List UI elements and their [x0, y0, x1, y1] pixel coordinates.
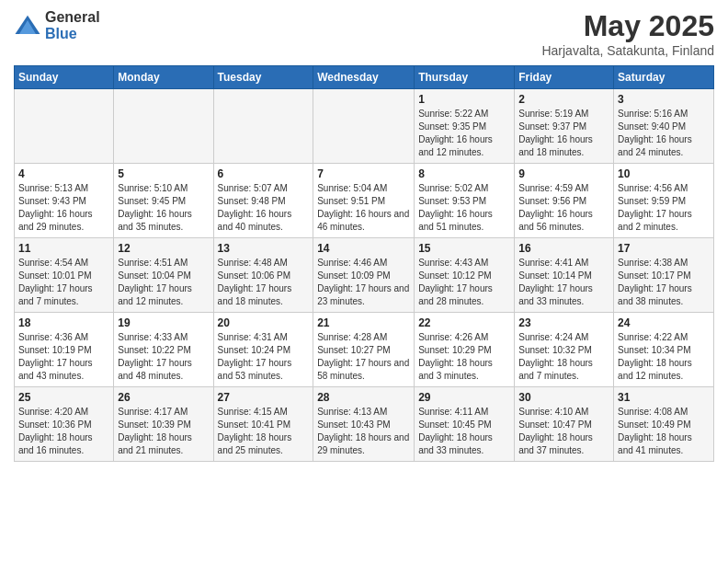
day-number: 8 [418, 167, 510, 180]
day-number: 3 [618, 93, 710, 106]
day-number: 4 [18, 167, 109, 180]
day-number: 15 [418, 242, 510, 255]
calendar-cell: 22Sunrise: 4:26 AMSunset: 10:29 PMDaylig… [415, 313, 515, 387]
day-number: 7 [317, 167, 410, 180]
calendar-cell [313, 89, 415, 164]
day-number: 24 [618, 316, 710, 329]
calendar-cell: 16Sunrise: 4:41 AMSunset: 10:14 PMDaylig… [515, 238, 614, 313]
day-info: Sunrise: 5:07 AMSunset: 9:48 PMDaylight:… [218, 182, 310, 234]
day-number: 14 [317, 242, 410, 255]
day-info: Sunrise: 4:10 AMSunset: 10:47 PMDaylight… [518, 406, 609, 457]
day-number: 30 [518, 391, 609, 404]
logo-icon [14, 12, 41, 40]
day-number: 28 [317, 391, 410, 404]
day-number: 12 [118, 242, 209, 255]
calendar-cell: 8Sunrise: 5:02 AMSunset: 9:53 PMDaylight… [415, 164, 515, 238]
day-info: Sunrise: 4:22 AMSunset: 10:34 PMDaylight… [618, 331, 710, 383]
calendar-week-row: 18Sunrise: 4:36 AMSunset: 10:19 PMDaylig… [15, 313, 714, 387]
calendar-cell: 15Sunrise: 4:43 AMSunset: 10:12 PMDaylig… [415, 238, 515, 313]
calendar-cell: 14Sunrise: 4:46 AMSunset: 10:09 PMDaylig… [313, 238, 415, 313]
day-number: 11 [18, 242, 109, 255]
calendar-cell [213, 89, 313, 164]
calendar-cell [114, 89, 213, 164]
day-info: Sunrise: 4:41 AMSunset: 10:14 PMDaylight… [518, 257, 609, 308]
day-number: 26 [118, 391, 209, 404]
day-info: Sunrise: 4:43 AMSunset: 10:12 PMDaylight… [418, 257, 510, 308]
calendar-cell: 31Sunrise: 4:08 AMSunset: 10:49 PMDaylig… [614, 387, 714, 462]
calendar-cell: 4Sunrise: 5:13 AMSunset: 9:43 PMDaylight… [15, 164, 114, 238]
col-header-sunday: Sunday [15, 66, 114, 89]
main-title: May 2025 [541, 9, 714, 43]
day-number: 20 [218, 316, 310, 329]
day-number: 9 [518, 167, 609, 180]
day-number: 22 [418, 316, 510, 329]
calendar-cell: 18Sunrise: 4:36 AMSunset: 10:19 PMDaylig… [15, 313, 114, 387]
calendar-cell: 9Sunrise: 4:59 AMSunset: 9:56 PMDaylight… [515, 164, 614, 238]
calendar-cell: 24Sunrise: 4:22 AMSunset: 10:34 PMDaylig… [614, 313, 714, 387]
calendar-cell: 19Sunrise: 4:33 AMSunset: 10:22 PMDaylig… [114, 313, 213, 387]
day-info: Sunrise: 4:11 AMSunset: 10:45 PMDaylight… [418, 406, 510, 457]
subtitle: Harjavalta, Satakunta, Finland [541, 43, 714, 58]
day-number: 27 [218, 391, 310, 404]
col-header-friday: Friday [515, 66, 614, 89]
calendar-cell: 7Sunrise: 5:04 AMSunset: 9:51 PMDaylight… [313, 164, 415, 238]
calendar-cell: 1Sunrise: 5:22 AMSunset: 9:35 PMDaylight… [415, 89, 515, 164]
calendar-header-row: SundayMondayTuesdayWednesdayThursdayFrid… [15, 66, 714, 89]
calendar-cell: 13Sunrise: 4:48 AMSunset: 10:06 PMDaylig… [213, 238, 313, 313]
day-info: Sunrise: 5:10 AMSunset: 9:45 PMDaylight:… [118, 182, 209, 234]
day-number: 31 [618, 391, 710, 404]
day-info: Sunrise: 5:13 AMSunset: 9:43 PMDaylight:… [18, 182, 109, 234]
col-header-thursday: Thursday [415, 66, 515, 89]
calendar-cell: 25Sunrise: 4:20 AMSunset: 10:36 PMDaylig… [15, 387, 114, 462]
day-info: Sunrise: 4:51 AMSunset: 10:04 PMDaylight… [118, 257, 209, 308]
day-number: 5 [118, 167, 209, 180]
calendar-cell: 21Sunrise: 4:28 AMSunset: 10:27 PMDaylig… [313, 313, 415, 387]
day-number: 23 [518, 316, 609, 329]
day-number: 13 [218, 242, 310, 255]
calendar-cell: 17Sunrise: 4:38 AMSunset: 10:17 PMDaylig… [614, 238, 714, 313]
calendar-week-row: 11Sunrise: 4:54 AMSunset: 10:01 PMDaylig… [15, 238, 714, 313]
calendar-cell: 12Sunrise: 4:51 AMSunset: 10:04 PMDaylig… [114, 238, 213, 313]
page-header: General Blue May 2025 Harjavalta, Sataku… [14, 9, 714, 58]
title-block: May 2025 Harjavalta, Satakunta, Finland [541, 9, 714, 58]
day-info: Sunrise: 5:16 AMSunset: 9:40 PMDaylight:… [618, 108, 710, 159]
col-header-monday: Monday [114, 66, 213, 89]
calendar-cell: 29Sunrise: 4:11 AMSunset: 10:45 PMDaylig… [415, 387, 515, 462]
calendar-cell: 6Sunrise: 5:07 AMSunset: 9:48 PMDaylight… [213, 164, 313, 238]
day-number: 1 [418, 93, 510, 106]
logo-text: General Blue [45, 9, 100, 41]
calendar-cell: 23Sunrise: 4:24 AMSunset: 10:32 PMDaylig… [515, 313, 614, 387]
calendar-cell: 5Sunrise: 5:10 AMSunset: 9:45 PMDaylight… [114, 164, 213, 238]
day-number: 21 [317, 316, 410, 329]
day-info: Sunrise: 4:15 AMSunset: 10:41 PMDaylight… [218, 406, 310, 457]
calendar-cell: 2Sunrise: 5:19 AMSunset: 9:37 PMDaylight… [515, 89, 614, 164]
calendar-week-row: 4Sunrise: 5:13 AMSunset: 9:43 PMDaylight… [15, 164, 714, 238]
calendar-cell: 26Sunrise: 4:17 AMSunset: 10:39 PMDaylig… [114, 387, 213, 462]
calendar-cell: 20Sunrise: 4:31 AMSunset: 10:24 PMDaylig… [213, 313, 313, 387]
day-info: Sunrise: 4:54 AMSunset: 10:01 PMDaylight… [18, 257, 109, 308]
day-number: 16 [518, 242, 609, 255]
day-info: Sunrise: 4:48 AMSunset: 10:06 PMDaylight… [218, 257, 310, 308]
day-info: Sunrise: 4:13 AMSunset: 10:43 PMDaylight… [317, 406, 410, 457]
day-info: Sunrise: 4:20 AMSunset: 10:36 PMDaylight… [18, 406, 109, 457]
day-info: Sunrise: 4:08 AMSunset: 10:49 PMDaylight… [618, 406, 710, 457]
day-info: Sunrise: 4:28 AMSunset: 10:27 PMDaylight… [317, 331, 410, 383]
col-header-saturday: Saturday [614, 66, 714, 89]
day-info: Sunrise: 5:04 AMSunset: 9:51 PMDaylight:… [317, 182, 410, 234]
day-info: Sunrise: 4:26 AMSunset: 10:29 PMDaylight… [418, 331, 510, 383]
day-number: 25 [18, 391, 109, 404]
logo-blue-text: Blue [45, 26, 100, 42]
calendar-cell: 10Sunrise: 4:56 AMSunset: 9:59 PMDayligh… [614, 164, 714, 238]
day-info: Sunrise: 4:36 AMSunset: 10:19 PMDaylight… [18, 331, 109, 383]
day-info: Sunrise: 5:02 AMSunset: 9:53 PMDaylight:… [418, 182, 510, 234]
day-info: Sunrise: 5:22 AMSunset: 9:35 PMDaylight:… [418, 108, 510, 159]
day-number: 19 [118, 316, 209, 329]
calendar-week-row: 1Sunrise: 5:22 AMSunset: 9:35 PMDaylight… [15, 89, 714, 164]
calendar-week-row: 25Sunrise: 4:20 AMSunset: 10:36 PMDaylig… [15, 387, 714, 462]
calendar-cell: 3Sunrise: 5:16 AMSunset: 9:40 PMDaylight… [614, 89, 714, 164]
calendar-table: SundayMondayTuesdayWednesdayThursdayFrid… [14, 65, 714, 462]
calendar-cell: 30Sunrise: 4:10 AMSunset: 10:47 PMDaylig… [515, 387, 614, 462]
day-number: 2 [518, 93, 609, 106]
day-info: Sunrise: 4:38 AMSunset: 10:17 PMDaylight… [618, 257, 710, 308]
day-number: 6 [218, 167, 310, 180]
